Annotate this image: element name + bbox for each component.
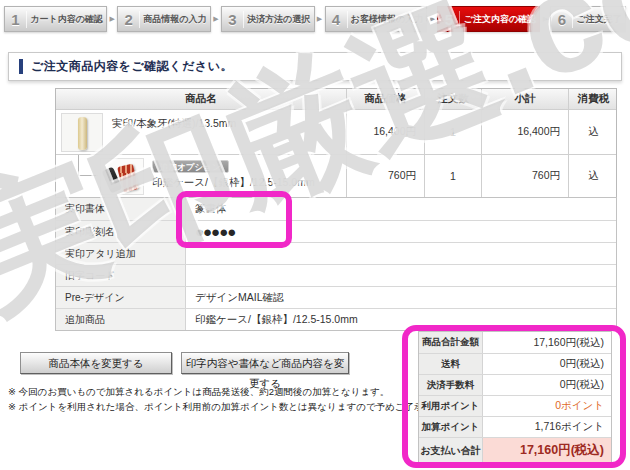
detail-label: 実印彫刻名	[56, 221, 186, 242]
product-tax: 込	[568, 110, 618, 154]
total-row-fee: 決済手数料 0円(税込)	[419, 374, 611, 395]
note-line: ※ ポイントを利用された場合、ポイント利用前の加算ポイント数とは異なりますので予…	[8, 399, 472, 414]
product-cell: 追加オプション 印鑑ケース/【銀枠】/12.5-15.0mm	[56, 155, 346, 197]
heading-accent-bar	[19, 59, 23, 74]
order-totals-table: 商品合計金額 17,160円(税込) 送料 0円(税込) 決済手数料 0円(税込…	[418, 331, 612, 464]
step-number: 5	[438, 11, 460, 28]
order-items-table: 商品名 商品価格 注文数 小計 消費税 実印/本象牙(特選)/13.5mm 16…	[55, 88, 617, 198]
total-label: 加算ポイント	[419, 417, 483, 437]
step-label: カート内容の確認	[27, 13, 106, 26]
column-header-qty: 注文数	[424, 89, 481, 109]
step-3-payment: 3 決済方法の選択	[221, 6, 315, 32]
tree-connector-line	[78, 155, 98, 176]
step-number: 3	[222, 11, 244, 28]
product-qty: 1	[424, 110, 481, 154]
detail-row-engraving: 実印彫刻名 ●●●●●	[56, 220, 616, 242]
detail-row-predesign: Pre-デザイン デザインMAIL確認	[56, 286, 616, 308]
table-header-row: 商品名 商品価格 注文数 小計 消費税	[56, 89, 616, 109]
total-value: 0ポイント	[483, 396, 611, 416]
ivory-seal-image	[78, 117, 87, 150]
detail-value: 篆書体	[186, 198, 616, 220]
step-arrow-icon: ▶	[427, 15, 437, 23]
detail-row-kyuji: 旧字コード	[56, 264, 616, 286]
product-thumbnail-seal	[61, 113, 103, 152]
total-row-shipping: 送料 0円(税込)	[419, 353, 611, 374]
note-line: ※ 今回のお買いもので加算されるポイントは商品発送後、約2週間後の加算となります…	[8, 384, 472, 399]
detail-value-masked: ●●●●●	[186, 221, 616, 242]
total-value: 0円(税込)	[483, 354, 611, 374]
step-arrow-icon: ▶	[540, 15, 550, 23]
detail-value	[186, 265, 616, 286]
total-row-points-earned: 加算ポイント 1,716ポイント	[419, 416, 611, 437]
section-heading: ご注文商品内容をご確認ください。	[8, 52, 622, 81]
product-name: 印鑑ケース/【銀枠】/12.5-15.0mm	[152, 176, 315, 190]
step-4-customer-info: 4 お客様情報の入力	[325, 6, 428, 32]
total-row-points-used: 利用ポイント 0ポイント	[419, 395, 611, 416]
total-value: 17,160円(税込)	[483, 332, 611, 353]
step-number: 2	[118, 11, 140, 28]
step-label: 決済方法の選択	[244, 13, 314, 26]
page: 1 カート内容の確認 ▶ 2 商品情報の入力 ▶ 3 決済方法の選択 ▶ 4 お…	[0, 0, 630, 470]
step-label: お客様情報の入力	[348, 13, 427, 26]
detail-label: 実印アタリ追加	[56, 243, 186, 264]
detail-value: 印鑑ケース/【銀枠】/12.5-15.0mm	[186, 309, 616, 330]
step-2-product-info: 2 商品情報の入力	[117, 6, 211, 32]
step-label: ご注文完了	[573, 13, 625, 26]
total-label: 送料	[419, 354, 483, 374]
total-value: 1,716ポイント	[483, 417, 611, 437]
column-header-tax: 消費税	[568, 89, 618, 109]
product-subtotal: 760円	[481, 155, 568, 197]
detail-label: 追加商品	[56, 309, 186, 330]
step-number: 4	[326, 11, 348, 28]
step-label: 商品情報の入力	[140, 13, 210, 26]
checkout-step-bar: 1 カート内容の確認 ▶ 2 商品情報の入力 ▶ 3 決済方法の選択 ▶ 4 お…	[4, 6, 626, 32]
change-content-button[interactable]: 印字内容や書体など商品内容を変更する	[181, 352, 349, 374]
product-thumbnail-case	[100, 158, 144, 195]
step-number: 1	[5, 11, 27, 28]
order-detail-table: 実印書体 篆書体 実印彫刻名 ●●●●● 実印アタリ追加 旧字コード Pre-デ…	[55, 197, 617, 331]
step-arrow-icon: ▶	[315, 15, 325, 23]
points-notes: ※ 今回のお買いもので加算されるポイントは商品発送後、約2週間後の加算となります…	[8, 384, 472, 414]
total-value: 0円(税込)	[483, 375, 611, 395]
column-header-subtotal: 小計	[481, 89, 568, 109]
table-row: 追加オプション 印鑑ケース/【銀枠】/12.5-15.0mm 760円 1 76…	[56, 154, 616, 197]
product-price: 760円	[346, 155, 424, 197]
column-header-name: 商品名	[56, 89, 346, 109]
total-label: 決済手数料	[419, 375, 483, 395]
step-5-confirm-current: 5 ご注文内容の確認	[437, 6, 540, 32]
step-1-cart: 1 カート内容の確認	[4, 6, 107, 32]
total-label: お支払い合計	[419, 438, 483, 463]
total-label: 商品合計金額	[419, 332, 483, 353]
step-arrow-icon: ▶	[107, 15, 117, 23]
column-header-price: 商品価格	[346, 89, 424, 109]
product-subtotal: 16,400円	[481, 110, 568, 154]
detail-label: Pre-デザイン	[56, 287, 186, 308]
total-value: 17,160円(税込)	[483, 438, 611, 463]
total-label: 利用ポイント	[419, 396, 483, 416]
detail-value	[186, 243, 616, 264]
detail-value: デザインMAIL確認	[186, 287, 616, 308]
product-qty: 1	[424, 155, 481, 197]
detail-label: 実印書体	[56, 198, 186, 220]
step-label: ご注文内容の確認	[460, 13, 539, 26]
product-cell: 実印/本象牙(特選)/13.5mm	[56, 110, 346, 154]
table-row: 実印/本象牙(特選)/13.5mm 16,400円 1 16,400円 込	[56, 109, 616, 154]
step-number: 6	[551, 11, 573, 28]
product-tax: 込	[568, 155, 618, 197]
total-row-items: 商品合計金額 17,160円(税込)	[419, 332, 611, 353]
product-price: 16,400円	[346, 110, 424, 154]
total-row-grand-total: お支払い合計 17,160円(税込)	[419, 437, 611, 463]
detail-row-font: 実印書体 篆書体	[56, 198, 616, 220]
change-product-button[interactable]: 商品本体を変更する	[20, 352, 172, 374]
detail-label: 旧字コード	[56, 265, 186, 286]
detail-row-atari: 実印アタリ追加	[56, 242, 616, 264]
step-6-complete: 6 ご注文完了	[550, 6, 626, 32]
detail-row-addon: 追加商品 印鑑ケース/【銀枠】/12.5-15.0mm	[56, 308, 616, 330]
step-arrow-icon: ▶	[211, 15, 221, 23]
page-title: ご注文商品内容をご確認ください。	[31, 58, 233, 75]
option-badge: 追加オプション	[152, 160, 229, 173]
product-name: 実印/本象牙(特選)/13.5mm	[112, 117, 236, 131]
